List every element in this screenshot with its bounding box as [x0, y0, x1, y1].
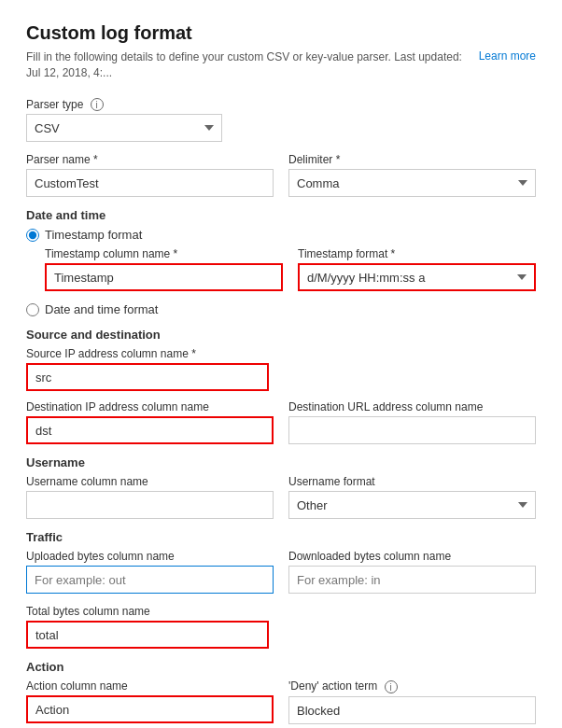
timestamp-format-radio-group: Timestamp format — [26, 228, 536, 242]
traffic-section-title: Traffic — [26, 530, 536, 544]
parser-name-label: Parser name — [26, 153, 274, 166]
datetime-radio-label: Date and time format — [45, 302, 158, 316]
action-section-title: Action — [26, 660, 536, 674]
datetime-format-radio-group: Date and time format — [26, 302, 536, 316]
action-column-input[interactable] — [26, 695, 274, 723]
source-ip-label: Source IP address column name — [26, 347, 536, 360]
total-bytes-input[interactable] — [26, 621, 269, 649]
dest-ip-input[interactable] — [26, 416, 274, 444]
timestamp-format-label: Timestamp format — [298, 247, 536, 260]
username-format-select[interactable]: Other Domain\Username Username@Domain — [288, 491, 536, 519]
timestamp-column-label: Timestamp column name — [45, 247, 283, 260]
page-title: Custom log format — [26, 22, 536, 44]
parser-type-label: Parser type i — [26, 98, 536, 112]
timestamp-radio[interactable] — [26, 229, 39, 242]
source-dest-section-title: Source and destination — [26, 328, 536, 342]
timestamp-column-input[interactable] — [45, 263, 283, 291]
deny-term-info-icon[interactable]: i — [385, 680, 398, 693]
dest-url-label: Destination URL address column name — [288, 400, 536, 413]
downloaded-bytes-label: Downloaded bytes column name — [288, 550, 536, 563]
subtitle-text: Fill in the following details to define … — [26, 49, 470, 81]
delimiter-label: Delimiter — [288, 153, 536, 166]
uploaded-bytes-input[interactable] — [26, 566, 274, 594]
timestamp-format-select[interactable]: d/M/yyyy HH:mm:ss a MM/dd/yyyy HH:mm:ss … — [298, 263, 536, 291]
datetime-radio[interactable] — [26, 303, 39, 316]
username-column-label: Username column name — [26, 475, 274, 488]
username-column-input[interactable] — [26, 491, 274, 519]
timestamp-radio-label: Timestamp format — [45, 228, 142, 242]
deny-term-input[interactable] — [288, 696, 536, 724]
action-column-label: Action column name — [26, 679, 274, 693]
uploaded-bytes-label: Uploaded bytes column name — [26, 550, 274, 563]
source-ip-input[interactable] — [26, 363, 269, 391]
parser-name-input[interactable] — [26, 169, 274, 197]
dest-url-input[interactable] — [288, 416, 536, 444]
dest-ip-label: Destination IP address column name — [26, 400, 274, 413]
username-format-label: Username format — [288, 475, 536, 488]
parser-type-select[interactable]: CSV Key-value — [26, 114, 222, 142]
parser-type-info-icon[interactable]: i — [91, 98, 104, 111]
date-time-section-title: Date and time — [26, 208, 536, 222]
total-bytes-label: Total bytes column name — [26, 605, 269, 618]
delimiter-select[interactable]: Comma Tab Pipe Semicolon — [288, 169, 536, 197]
username-section-title: Username — [26, 455, 536, 469]
learn-more-link[interactable]: Learn more — [479, 49, 536, 63]
downloaded-bytes-input[interactable] — [288, 566, 536, 594]
deny-term-label: 'Deny' action term i — [288, 679, 536, 693]
